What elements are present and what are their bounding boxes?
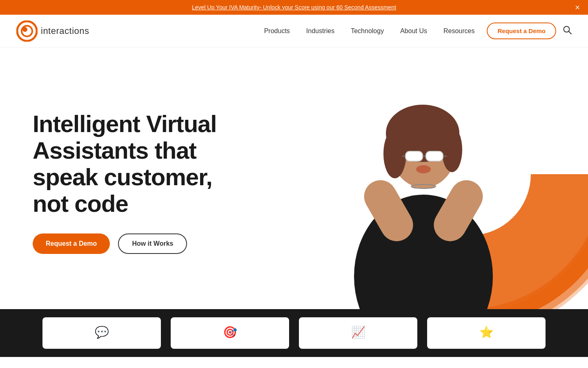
svg-point-0 xyxy=(17,21,37,41)
card-item-1: 💬 xyxy=(42,317,161,349)
nav-links: Products Industries Technology About Us … xyxy=(264,27,475,35)
svg-point-5 xyxy=(354,195,493,309)
announcement-banner: Level Up Your IVA Maturity- Unlock your … xyxy=(0,0,588,15)
banner-close-button[interactable]: × xyxy=(575,3,580,11)
svg-line-4 xyxy=(569,31,572,34)
hero-content: Intelligent Virtual Assistants that spea… xyxy=(0,78,270,278)
svg-point-10 xyxy=(386,105,459,162)
svg-rect-13 xyxy=(405,151,423,161)
logo-icon xyxy=(16,20,38,42)
svg-point-11 xyxy=(383,129,406,178)
card-item-2: 🎯 xyxy=(171,317,289,349)
hero-background-circles xyxy=(318,47,588,309)
hero-image xyxy=(259,47,588,309)
hero-demo-button[interactable]: Request a Demo xyxy=(33,233,110,254)
svg-point-12 xyxy=(442,127,462,172)
svg-rect-6 xyxy=(358,174,419,247)
svg-rect-14 xyxy=(426,151,443,161)
svg-point-2 xyxy=(22,27,27,32)
svg-point-18 xyxy=(416,165,431,173)
card-icon-4: ⭐ xyxy=(479,325,494,339)
search-icon[interactable] xyxy=(563,25,572,36)
navbar: interactions Products Industries Technol… xyxy=(0,15,588,47)
nav-technology[interactable]: Technology xyxy=(351,27,384,35)
logo[interactable]: interactions xyxy=(16,20,89,42)
svg-point-19 xyxy=(411,184,436,188)
nav-about[interactable]: About Us xyxy=(400,27,427,35)
nav-products[interactable]: Products xyxy=(264,27,290,35)
svg-rect-7 xyxy=(428,174,489,247)
hero-heading: Intelligent Virtual Assistants that spea… xyxy=(33,111,237,217)
banner-link[interactable]: Level Up Your IVA Maturity- Unlock your … xyxy=(192,4,396,11)
hero-how-button[interactable]: How it Works xyxy=(118,233,187,254)
card-icon-3: 📈 xyxy=(351,325,365,339)
svg-point-9 xyxy=(392,118,455,188)
navbar-demo-button[interactable]: Request a Demo xyxy=(487,22,556,39)
card-icon-1: 💬 xyxy=(95,325,109,339)
logo-text: interactions xyxy=(41,26,89,36)
cards-bar: 💬 🎯 📈 ⭐ xyxy=(0,309,588,357)
hero-buttons: Request a Demo How it Works xyxy=(33,233,237,254)
hero-section: Intelligent Virtual Assistants that spea… xyxy=(0,47,588,309)
nav-industries[interactable]: Industries xyxy=(306,27,334,35)
card-icon-2: 🎯 xyxy=(223,325,237,339)
nav-resources[interactable]: Resources xyxy=(443,27,474,35)
card-item-4: ⭐ xyxy=(427,317,546,349)
card-item-3: 📈 xyxy=(299,317,417,349)
person-illustration xyxy=(325,47,521,309)
svg-rect-8 xyxy=(411,168,436,188)
